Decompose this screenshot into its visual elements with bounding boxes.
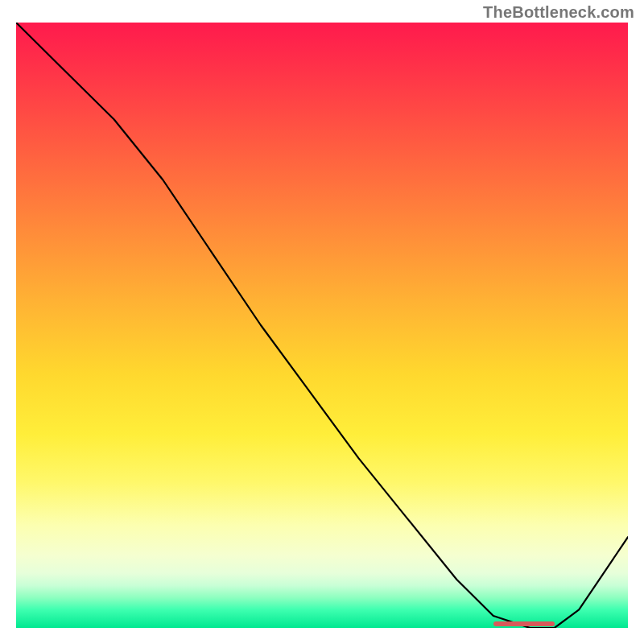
chart-container: TheBottleneck.com — [0, 0, 644, 644]
bottleneck-zone-marker — [493, 621, 555, 626]
bottleneck-curve — [16, 23, 628, 628]
chart-plot-area — [16, 23, 628, 628]
watermark-text: TheBottleneck.com — [483, 3, 634, 22]
